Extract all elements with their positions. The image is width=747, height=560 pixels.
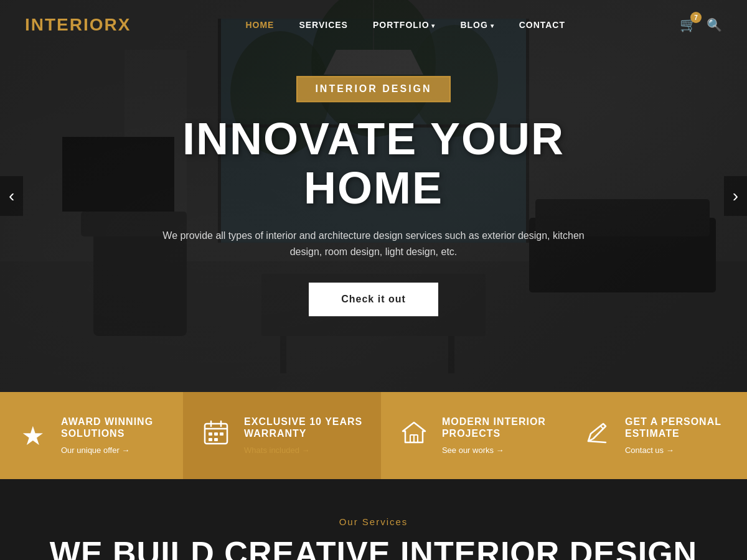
services-label: Our Services (25, 516, 722, 527)
nav-portfolio[interactable]: PORTFOLIO (373, 20, 435, 30)
site-logo[interactable]: INTERIORX (25, 15, 131, 35)
site-header: INTERIORX HOME SERVICES PORTFOLIO BLOG C… (0, 0, 747, 50)
feature-title-0: AWARD WINNING SOLUTIONS (61, 416, 166, 439)
feature-icon-0: ★ (17, 421, 49, 451)
feature-icon-2 (398, 419, 430, 452)
feature-link-3[interactable]: Contact us (625, 446, 674, 455)
svg-rect-29 (214, 438, 218, 441)
feature-text-0: AWARD WINNING SOLUTIONS Our unique offer (61, 416, 166, 455)
nav-icons: 🛒 7 🔍 (680, 17, 722, 33)
carousel-next-button[interactable]: › (724, 176, 747, 216)
feature-icon-3 (581, 419, 613, 452)
services-section: Our Services WE BUILD CREATIVE INTERIOR … (0, 479, 747, 560)
feature-title-2: MODERN INTERIOR PROJECTS (442, 416, 547, 439)
svg-rect-28 (209, 438, 212, 441)
feature-title-3: GET A PERSONAL ESTIMATE (625, 416, 730, 439)
feature-text-2: MODERN INTERIOR PROJECTS See our works (442, 416, 547, 455)
feature-icon-1 (200, 419, 232, 452)
cart-badge: 7 (690, 12, 702, 23)
carousel-prev-button[interactable]: ‹ (0, 176, 23, 216)
feature-title-1: EXCLUSIVE 10 YEARS WARRANTY (244, 416, 364, 439)
search-button[interactable]: 🔍 (707, 17, 722, 32)
feature-item-2[interactable]: MODERN INTERIOR PROJECTS See our works (381, 392, 564, 479)
features-strip: ★ AWARD WINNING SOLUTIONS Our unique off… (0, 392, 747, 479)
svg-rect-27 (220, 432, 223, 436)
nav-services[interactable]: SERVICES (299, 20, 348, 30)
logo-main: INTERIOR (25, 15, 118, 34)
feature-link-0[interactable]: Our unique offer (61, 446, 129, 455)
nav-contact[interactable]: CONTACT (519, 20, 565, 30)
main-nav: HOME SERVICES PORTFOLIO BLOG CONTACT (245, 20, 565, 30)
services-title: WE BUILD CREATIVE INTERIOR DESIGN (25, 534, 722, 560)
feature-text-1: EXCLUSIVE 10 YEARS WARRANTY Whats includ… (244, 416, 364, 455)
hero-cta-button[interactable]: Check it out (309, 282, 438, 316)
feature-link-2[interactable]: See our works (442, 446, 504, 455)
feature-text-3: GET A PERSONAL ESTIMATE Contact us (625, 416, 730, 455)
hero-section: INTERIOR DESIGN INNOVATE YOUR HOME We pr… (0, 0, 747, 392)
nav-blog[interactable]: BLOG (460, 20, 494, 30)
svg-rect-26 (214, 432, 218, 436)
svg-line-33 (588, 441, 606, 442)
svg-rect-25 (209, 432, 212, 436)
nav-home[interactable]: HOME (245, 20, 274, 30)
hero-content: INTERIOR DESIGN INNOVATE YOUR HOME We pr… (125, 76, 622, 316)
hero-subtitle: We provide all types of interior and arc… (162, 228, 585, 260)
svg-line-32 (601, 426, 603, 429)
logo-accent: X (118, 15, 131, 34)
feature-item-1[interactable]: EXCLUSIVE 10 YEARS WARRANTY Whats includ… (183, 392, 381, 479)
cart-button[interactable]: 🛒 7 (680, 17, 697, 33)
hero-title: INNOVATE YOUR HOME (125, 114, 622, 213)
feature-item-0[interactable]: ★ AWARD WINNING SOLUTIONS Our unique off… (0, 392, 183, 479)
hero-tag: INTERIOR DESIGN (296, 76, 450, 102)
feature-item-3[interactable]: GET A PERSONAL ESTIMATE Contact us (564, 392, 747, 479)
feature-link-1[interactable]: Whats included (244, 446, 310, 455)
